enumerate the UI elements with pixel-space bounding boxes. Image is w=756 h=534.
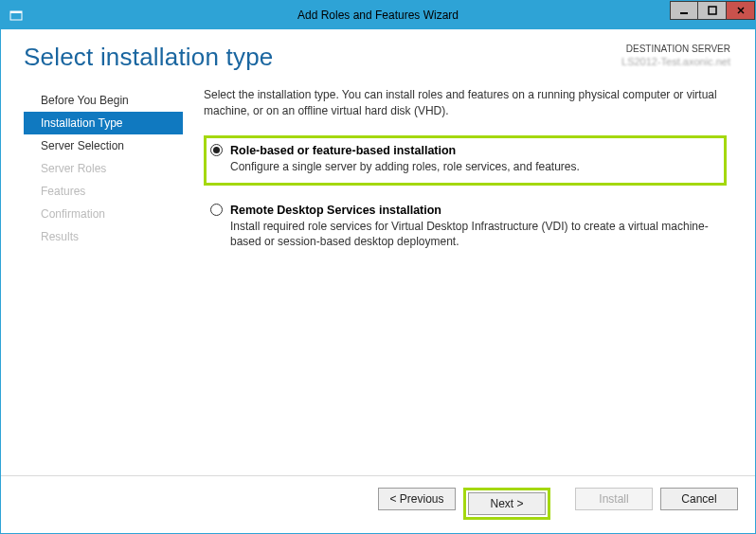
option-role-based-title: Role-based or feature-based installation: [230, 144, 456, 157]
page-title: Select installation type: [24, 43, 274, 72]
option-rds-desc: Install required role services for Virtu…: [230, 219, 716, 251]
header-row: Select installation type DESTINATION SER…: [16, 43, 740, 72]
svg-rect-1: [10, 11, 22, 13]
install-button: Install: [575, 488, 653, 510]
sidebar-item-results: Results: [24, 225, 183, 248]
sidebar-item-confirmation: Confirmation: [24, 203, 183, 225]
sidebar-item-server-selection[interactable]: Server Selection: [24, 134, 183, 157]
radio-rds[interactable]: [210, 204, 223, 216]
sidebar-item-before-you-begin[interactable]: Before You Begin: [24, 89, 183, 112]
main-area: Before You Begin Installation Type Serve…: [16, 85, 740, 475]
minimize-button[interactable]: [670, 1, 698, 20]
destination-name: LS2012-Test.axonic.net: [621, 55, 730, 68]
option-role-based[interactable]: Role-based or feature-based installation…: [204, 135, 727, 186]
sidebar-item-features: Features: [24, 180, 183, 203]
svg-rect-2: [680, 12, 688, 14]
next-button-highlight: Next >: [463, 488, 550, 520]
option-role-based-desc: Configure a single server by adding role…: [230, 159, 716, 175]
option-role-based-head: Role-based or feature-based installation: [210, 144, 716, 157]
maximize-button[interactable]: [698, 1, 727, 20]
titlebar: Add Roles and Features Wizard: [1, 1, 755, 29]
sidebar-item-server-roles: Server Roles: [24, 157, 183, 180]
spacer: [558, 488, 567, 520]
window-controls: [670, 1, 755, 20]
window-title: Add Roles and Features Wizard: [297, 9, 459, 22]
sidebar-item-installation-type[interactable]: Installation Type: [24, 112, 183, 134]
radio-role-based[interactable]: [210, 144, 223, 156]
next-button[interactable]: Next >: [468, 492, 546, 515]
svg-rect-3: [709, 7, 716, 14]
option-rds-title: Remote Desktop Services installation: [230, 204, 441, 217]
app-icon: [9, 8, 24, 23]
option-rds-head: Remote Desktop Services installation: [210, 204, 716, 217]
destination-label: DESTINATION SERVER: [621, 43, 730, 55]
destination-server: DESTINATION SERVER LS2012-Test.axonic.ne…: [621, 43, 730, 68]
intro-text: Select the installation type. You can in…: [204, 87, 727, 120]
option-rds[interactable]: Remote Desktop Services installation Ins…: [204, 195, 727, 261]
wizard-window: Add Roles and Features Wizard Select ins…: [0, 0, 756, 534]
footer: < Previous Next > Install Cancel: [1, 475, 755, 533]
close-button[interactable]: [727, 1, 755, 20]
wizard-sidebar: Before You Begin Installation Type Serve…: [24, 85, 183, 475]
previous-button[interactable]: < Previous: [378, 488, 456, 510]
content-pane: Select the installation type. You can in…: [183, 85, 732, 475]
cancel-button[interactable]: Cancel: [660, 488, 738, 510]
wizard-body: Select installation type DESTINATION SER…: [1, 29, 755, 475]
